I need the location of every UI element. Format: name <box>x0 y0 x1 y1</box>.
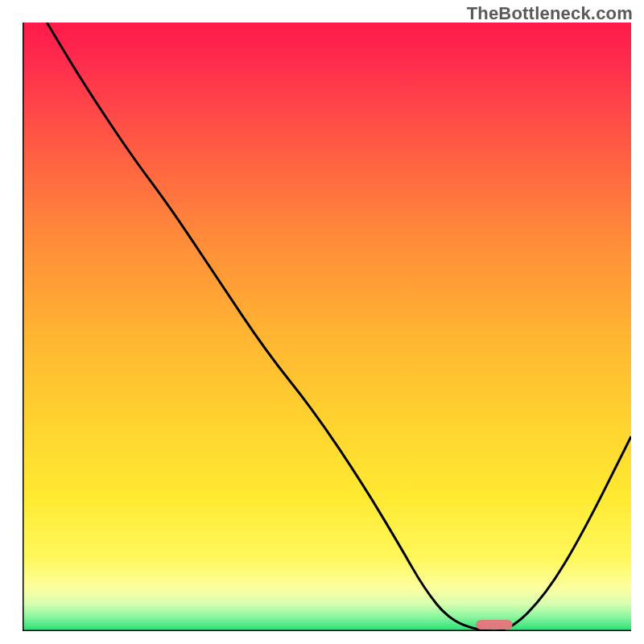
optimal-marker <box>476 620 512 630</box>
watermark-text: TheBottleneck.com <box>467 3 633 24</box>
bottleneck-chart <box>23 23 631 631</box>
heat-gradient <box>23 23 631 631</box>
